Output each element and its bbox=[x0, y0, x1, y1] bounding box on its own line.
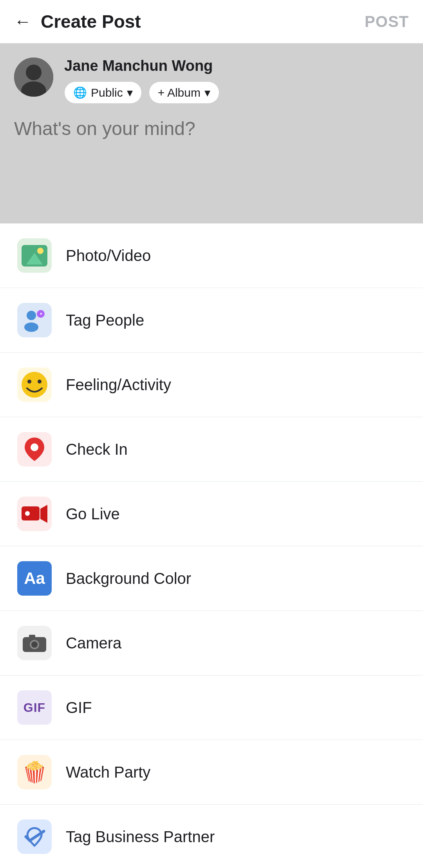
tag-people-label: Tag People bbox=[66, 312, 144, 329]
photo-video-label-wrap: Photo/Video bbox=[66, 247, 151, 265]
public-label: Public bbox=[91, 86, 123, 99]
go-live-label: Go Live bbox=[66, 505, 120, 522]
chevron-down-icon-album: ▾ bbox=[204, 86, 210, 99]
svg-point-6 bbox=[27, 311, 36, 320]
check-in-icon bbox=[17, 432, 52, 466]
tag-business-partner-icon bbox=[17, 819, 52, 854]
back-button[interactable]: ← bbox=[14, 12, 31, 31]
action-item-photo-video[interactable]: Photo/Video bbox=[0, 223, 423, 288]
feeling-activity-label: Feeling/Activity bbox=[66, 376, 171, 393]
photo-video-label: Photo/Video bbox=[66, 247, 151, 264]
camera-label: Camera bbox=[66, 634, 121, 652]
watch-party-label-wrap: Watch Party bbox=[66, 764, 150, 781]
album-button[interactable]: + Album ▾ bbox=[149, 81, 219, 104]
go-live-label-wrap: Go Live bbox=[66, 505, 120, 523]
check-in-label-wrap: Check In bbox=[66, 441, 128, 458]
svg-rect-14 bbox=[22, 506, 40, 520]
compose-area: Jane Manchun Wong 🌐 Public ▾ + Album ▾ W… bbox=[0, 43, 423, 223]
svg-point-1 bbox=[26, 65, 42, 80]
tag-business-partner-label: Tag Business Partner bbox=[66, 828, 215, 845]
watch-party-label: Watch Party bbox=[66, 764, 150, 781]
header-left: ← Create Post bbox=[14, 11, 141, 32]
feeling-activity-label-wrap: Feeling/Activity bbox=[66, 376, 171, 394]
action-list: Photo/Video ⚬Tag People Feeling/Activity… bbox=[0, 223, 423, 868]
avatar bbox=[14, 58, 53, 97]
avatar-image bbox=[14, 58, 53, 97]
controls-row: 🌐 Public ▾ + Album ▾ bbox=[64, 81, 219, 104]
action-item-tag-people[interactable]: ⚬Tag People bbox=[0, 288, 423, 353]
compose-placeholder[interactable]: What's on your mind? bbox=[14, 115, 409, 139]
svg-point-13 bbox=[31, 443, 38, 451]
svg-point-7 bbox=[24, 322, 38, 332]
action-item-gif[interactable]: GIFGIF bbox=[0, 675, 423, 740]
svg-rect-20 bbox=[29, 635, 35, 638]
action-item-check-in[interactable]: Check In bbox=[0, 417, 423, 482]
action-item-tag-business-partner[interactable]: Tag Business Partner bbox=[0, 805, 423, 868]
photo-video-icon bbox=[17, 238, 52, 273]
public-button[interactable]: 🌐 Public ▾ bbox=[64, 81, 142, 104]
go-live-icon bbox=[17, 497, 52, 531]
svg-point-10 bbox=[22, 372, 47, 398]
camera-label-wrap: Camera bbox=[66, 634, 121, 652]
page-title: Create Post bbox=[41, 11, 141, 32]
album-label: + Album bbox=[158, 86, 201, 99]
watch-party-icon: 🍿 bbox=[17, 755, 52, 789]
action-item-watch-party[interactable]: 🍿Watch Party bbox=[0, 740, 423, 805]
user-row: Jane Manchun Wong 🌐 Public ▾ + Album ▾ bbox=[14, 58, 409, 104]
svg-marker-15 bbox=[40, 505, 47, 523]
svg-text:⚬: ⚬ bbox=[39, 311, 43, 317]
header: ← Create Post POST bbox=[0, 0, 423, 43]
svg-point-11 bbox=[27, 380, 31, 384]
tag-people-label-wrap: Tag People bbox=[66, 312, 144, 329]
action-item-camera[interactable]: Camera bbox=[0, 611, 423, 675]
action-item-feeling-activity[interactable]: Feeling/Activity bbox=[0, 353, 423, 417]
background-color-icon: Aa bbox=[17, 561, 52, 596]
post-button[interactable]: POST bbox=[365, 13, 409, 31]
gif-label: GIF bbox=[66, 699, 92, 716]
svg-point-19 bbox=[31, 641, 38, 648]
action-item-go-live[interactable]: Go Live bbox=[0, 482, 423, 546]
background-color-label: Background Color bbox=[66, 570, 191, 587]
tag-people-icon: ⚬ bbox=[17, 303, 52, 337]
check-in-label: Check In bbox=[66, 441, 128, 458]
user-info: Jane Manchun Wong 🌐 Public ▾ + Album ▾ bbox=[64, 58, 219, 104]
svg-point-12 bbox=[38, 380, 42, 384]
tag-business-partner-label-wrap: Tag Business Partner bbox=[66, 828, 215, 846]
feeling-activity-icon bbox=[17, 367, 52, 402]
svg-point-16 bbox=[25, 511, 30, 516]
camera-icon bbox=[17, 626, 52, 660]
svg-point-5 bbox=[37, 248, 43, 254]
gif-label-wrap: GIF bbox=[66, 699, 92, 717]
chevron-down-icon: ▾ bbox=[127, 86, 133, 99]
gif-icon: GIF bbox=[17, 690, 52, 725]
action-item-background-color[interactable]: AaBackground Color bbox=[0, 546, 423, 611]
user-name: Jane Manchun Wong bbox=[64, 58, 219, 74]
globe-icon: 🌐 bbox=[73, 86, 87, 99]
background-color-label-wrap: Background Color bbox=[66, 570, 191, 587]
